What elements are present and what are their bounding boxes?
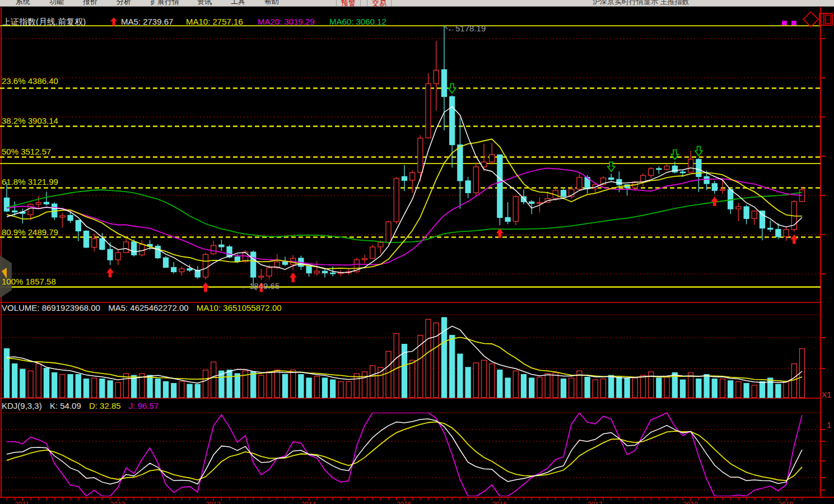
buy-signal-arrow (711, 197, 718, 206)
menu-item-quotes[interactable]: 报价 (83, 0, 97, 7)
volume-bar (20, 369, 25, 398)
candle-body (513, 197, 518, 221)
candle-body (394, 179, 399, 222)
candle-body (386, 222, 391, 242)
year-label: 2012 (110, 501, 125, 504)
volume-bar (211, 362, 216, 398)
candle-body (323, 271, 328, 273)
volume-bar (306, 378, 311, 398)
candle-body (378, 242, 383, 247)
volume-bar (68, 375, 73, 398)
volume-header: VOLUME: 8691923968.00 MA5: 4625462272.00… (2, 303, 287, 312)
menu-item-function[interactable]: 功能 (49, 0, 64, 7)
candle-body (235, 257, 240, 262)
candle-body (139, 244, 145, 255)
volume-bar (195, 384, 200, 398)
volume-bar (529, 378, 534, 398)
candle-body (752, 211, 757, 218)
volume-bar (179, 381, 184, 398)
volume-bar (44, 368, 49, 398)
candle-body (760, 211, 765, 228)
volume-bar (625, 378, 630, 398)
volume-bar (656, 378, 661, 398)
candle-body (12, 211, 17, 212)
kdj-header: KDJ(9,3,3) K: 54.09 D: 32.85 J: 96.57 (2, 401, 164, 410)
candle-body (164, 258, 169, 267)
volume-bar (482, 360, 487, 398)
volume-bar (52, 373, 57, 398)
sell-signal-arrow (449, 83, 456, 93)
diamond-tool-icon[interactable] (803, 12, 818, 27)
volume-bar (585, 377, 590, 398)
window-tool-inner (826, 15, 831, 24)
fib-label-809: 80.9% 2489.79 (2, 227, 58, 237)
candle-body (720, 189, 725, 190)
volume-bar (681, 380, 686, 398)
date-axis-strip: 201120122013201420152016201720182019 (0, 500, 834, 504)
candle-body (4, 198, 10, 211)
volume-multiplier-label: X1 (822, 390, 831, 399)
buy-signal-arrow (496, 228, 504, 237)
kdj-layer (7, 413, 802, 496)
candle-body (649, 169, 654, 175)
candle-body (179, 269, 184, 272)
volume-bar (465, 367, 470, 398)
volume-bar (267, 372, 272, 398)
volume-bar (12, 364, 17, 398)
candle-body (36, 203, 41, 204)
candle-body (712, 184, 717, 190)
kdj-params: KDJ(9,3,3) (2, 401, 42, 410)
menu-item-extmarket[interactable]: 扩展行情 (150, 0, 179, 7)
buy-signal-arrow (202, 282, 209, 292)
volume-bar (776, 384, 781, 398)
volume-bar (251, 372, 256, 398)
volume-bar (314, 376, 319, 398)
volume-bar (728, 381, 733, 398)
buy-signal-arrow (106, 268, 114, 277)
volume-bar (664, 377, 669, 398)
menu-item-news[interactable]: 资讯 (197, 0, 212, 7)
line-handle[interactable] (791, 21, 796, 25)
menu-item-system[interactable]: 系统 (16, 0, 30, 7)
volume-bar (490, 364, 495, 398)
volume-bar (386, 351, 391, 398)
volume-bar (569, 378, 574, 398)
volume-bar (450, 335, 455, 398)
trend-up-icon (110, 17, 118, 26)
alert-button[interactable]: 预警 (336, 0, 361, 7)
volume-bar (171, 384, 176, 398)
kdj-j-line (7, 413, 802, 496)
year-label: 2014 (301, 501, 316, 504)
trade-button[interactable]: 交易 (367, 0, 392, 7)
candle-body (426, 83, 431, 138)
volume-bar (362, 372, 367, 398)
candle-body (641, 175, 646, 181)
candle-body (108, 249, 113, 260)
volume-bar (768, 378, 773, 398)
menu-item-help[interactable]: 帮助 (264, 0, 279, 7)
peak-price-annotation: ←5178.19 (447, 24, 486, 33)
year-label: 2015 (397, 501, 412, 504)
volume-bar (513, 371, 518, 398)
volume-bar (108, 381, 113, 398)
candle-body (744, 207, 749, 218)
volume-bar (346, 381, 351, 398)
candle-body (473, 167, 478, 193)
menu-item-tools[interactable]: 工具 (231, 0, 245, 7)
volume-bar (203, 370, 208, 398)
sell-signal-arrow (695, 146, 702, 156)
line-handle[interactable] (782, 21, 787, 25)
fib-label-618: 61.8% 3121.99 (2, 177, 58, 186)
candle-body (60, 216, 65, 217)
volume-bar (458, 354, 463, 398)
volume-bar (330, 380, 336, 398)
volume-bar (601, 379, 606, 398)
volume-bar (147, 375, 152, 398)
candle-body (306, 267, 311, 273)
ma20-value: MA20: 3019.29 (258, 17, 315, 26)
volume-bar (537, 377, 542, 398)
menu-item-analysis[interactable]: 分析 (117, 0, 131, 7)
candle-body (211, 245, 216, 254)
volume-bar (92, 378, 97, 398)
volume-bar (323, 378, 328, 398)
